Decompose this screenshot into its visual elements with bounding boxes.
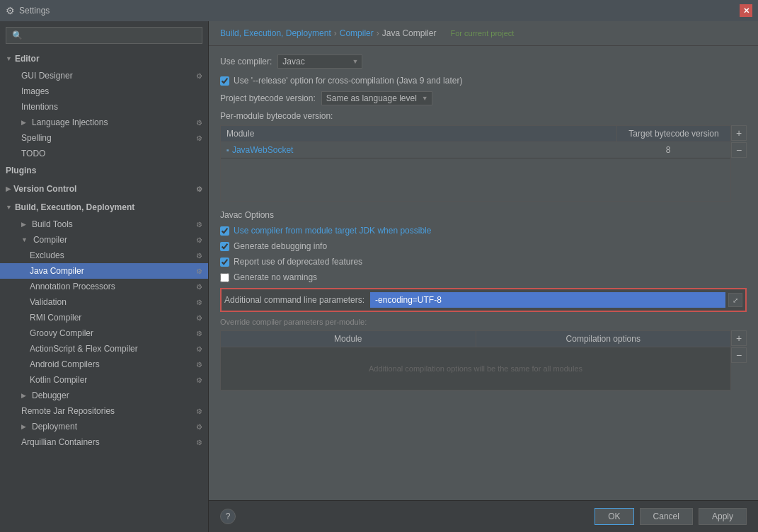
debugger-label: Debugger (32, 391, 69, 400)
settings-icon-jc: ⚙ (196, 267, 202, 275)
settings-icon-bt: ⚙ (196, 221, 202, 229)
breadcrumb-part2[interactable]: Compiler (340, 28, 374, 38)
todo-label: TODO (21, 149, 45, 158)
sidebar-category-build[interactable]: ▼ Build, Execution, Deployment (0, 198, 208, 216)
remove-compilation-button[interactable]: − (731, 347, 747, 363)
cross-compile-checkbox[interactable] (220, 76, 229, 86)
expand-arrow-deploy: ▶ (21, 423, 26, 430)
compilation-table-area: Module Compilation options Additional co… (220, 330, 747, 391)
sidebar-item-validation[interactable]: Validation ⚙ (0, 294, 208, 310)
groovy-compiler-label: Groovy Compiler (30, 328, 93, 338)
deprecated-checkbox[interactable] (220, 258, 229, 267)
settings-icon-compiler: ⚙ (196, 236, 202, 244)
breadcrumb-part1[interactable]: Build, Execution, Deployment (220, 28, 331, 38)
validation-label: Validation (30, 297, 67, 307)
apply-button[interactable]: Apply (699, 508, 747, 525)
sidebar-item-build-tools[interactable]: ▶ Build Tools ⚙ (0, 216, 208, 232)
bytecode-label: Project bytecode version: (220, 93, 316, 103)
add-module-button[interactable]: + (731, 125, 747, 141)
no-warnings-checkbox[interactable] (220, 273, 229, 282)
deprecated-row: Report use of deprecated features (220, 257, 747, 267)
sidebar-item-intentions[interactable]: Intentions (0, 99, 208, 115)
sidebar-item-images[interactable]: Images (0, 83, 208, 99)
use-module-jdk-checkbox[interactable] (220, 226, 229, 236)
sidebar-item-kotlin-compiler[interactable]: Kotlin Compiler ⚙ (0, 372, 208, 388)
search-input[interactable] (6, 27, 202, 44)
remove-module-button[interactable]: − (731, 142, 747, 158)
use-module-jdk-label: Use compiler from module target JDK when… (234, 226, 431, 236)
sidebar-item-todo[interactable]: TODO (0, 146, 208, 161)
intentions-label: Intentions (21, 102, 58, 112)
sidebar-item-language-injections[interactable]: ▶ Language Injections ⚙ (0, 115, 208, 130)
android-label: Android Compilers (30, 359, 100, 369)
use-compiler-label: Use compiler: (220, 57, 272, 66)
sidebar-item-rmi-compiler[interactable]: RMI Compiler ⚙ (0, 310, 208, 325)
debug-info-label: Generate debugging info (234, 241, 327, 251)
per-module-table: Module Target bytecode version ▪ JavaWeb… (220, 125, 731, 202)
settings-icon-as: ⚙ (196, 345, 202, 353)
deprecated-label: Report use of deprecated features (234, 257, 362, 267)
use-module-jdk-row: Use compiler from module target JDK when… (220, 226, 747, 236)
sidebar-item-compiler[interactable]: ▼ Compiler ⚙ (0, 232, 208, 248)
sidebar-item-annotation-processors[interactable]: Annotation Processors ⚙ (0, 279, 208, 294)
debug-info-checkbox[interactable] (220, 242, 229, 251)
expand-arrow-compiler: ▼ (21, 236, 28, 243)
annotation-processors-label: Annotation Processors (30, 282, 115, 291)
settings-icon-arq: ⚙ (196, 439, 202, 446)
images-label: Images (21, 86, 49, 96)
sidebar-category-version-control[interactable]: ▶ Version Control ⚙ (0, 180, 208, 198)
cross-compile-label: Use '--release' option for cross-compila… (234, 76, 462, 86)
sidebar-item-deployment[interactable]: ▶ Deployment ⚙ (0, 419, 208, 434)
settings-icon: ⚙ (6, 5, 15, 16)
sidebar-item-gui-designer[interactable]: GUI Designer ⚙ (0, 68, 208, 83)
add-compilation-button[interactable]: + (731, 330, 747, 346)
settings-icon-lang: ⚙ (196, 119, 202, 127)
close-button[interactable]: ✕ (740, 4, 752, 17)
sidebar-item-android-compilers[interactable]: Android Compilers ⚙ (0, 357, 208, 372)
build-label: Build, Execution, Deployment (15, 202, 134, 212)
bytecode-select[interactable]: Same as language level (321, 91, 432, 105)
actionscript-label: ActionScript & Flex Compiler (30, 344, 138, 354)
table-empty-area (221, 158, 730, 201)
compiler-select-wrapper[interactable]: Javac Eclipse Ajc (277, 54, 362, 69)
sidebar-item-debugger[interactable]: ▶ Debugger (0, 388, 208, 403)
bytecode-select-wrapper[interactable]: Same as language level (321, 91, 432, 105)
ok-button[interactable]: OK (595, 508, 633, 525)
breadcrumb-arrow2: › (377, 28, 379, 38)
deployment-label: Deployment (32, 422, 77, 432)
sidebar-category-editor[interactable]: ▼ Editor (0, 50, 208, 68)
kotlin-label: Kotlin Compiler (30, 375, 87, 385)
sidebar-item-groovy-compiler[interactable]: Groovy Compiler ⚙ (0, 325, 208, 341)
help-button[interactable]: ? (220, 509, 236, 524)
cancel-button[interactable]: Cancel (640, 508, 693, 525)
table-row[interactable]: ▪ JavaWebSocket 8 (221, 142, 730, 158)
comp-header-options: Compilation options (476, 331, 731, 347)
sidebar-item-spelling[interactable]: Spelling ⚙ (0, 130, 208, 146)
cmd-param-input[interactable] (370, 292, 725, 308)
settings-icon-val: ⚙ (196, 299, 202, 306)
module-name-value: JavaWebSocket (232, 145, 294, 155)
excludes-label: Excludes (30, 250, 64, 260)
settings-icon-deploy: ⚙ (196, 423, 202, 431)
compiler-select[interactable]: Javac Eclipse Ajc (277, 54, 362, 69)
sidebar-item-actionscript-compiler[interactable]: ActionScript & Flex Compiler ⚙ (0, 341, 208, 357)
table-header-version: Target bytecode version (617, 126, 730, 141)
sidebar-item-java-compiler[interactable]: Java Compiler ⚙ (0, 263, 208, 279)
for-project-label: For current project (450, 29, 514, 37)
spelling-label: Spelling (21, 133, 52, 143)
settings-icon-rmi: ⚙ (196, 314, 202, 322)
expand-arrow-lang: ▶ (21, 119, 26, 126)
compilation-table-header: Module Compilation options (221, 331, 730, 347)
sidebar-category-plugins[interactable]: Plugins (0, 161, 208, 180)
settings-icon-spelling: ⚙ (196, 134, 202, 142)
sidebar-item-arquillian[interactable]: Arquillian Containers ⚙ (0, 434, 208, 450)
sidebar-item-remote-jar[interactable]: Remote Jar Repositories ⚙ (0, 403, 208, 419)
cmd-expand-button[interactable]: ⤢ (728, 293, 742, 307)
sidebar-item-excludes[interactable]: Excludes ⚙ (0, 248, 208, 263)
per-module-label: Per-module bytecode version: (220, 111, 747, 121)
gui-designer-label: GUI Designer (21, 71, 73, 81)
main-area: ▼ Editor GUI Designer ⚙ Images Intention… (0, 21, 758, 532)
override-label: Override compiler parameters per-module: (220, 318, 747, 326)
expand-arrow-debugger: ▶ (21, 392, 26, 399)
expand-arrow-vc: ▶ (6, 185, 11, 192)
